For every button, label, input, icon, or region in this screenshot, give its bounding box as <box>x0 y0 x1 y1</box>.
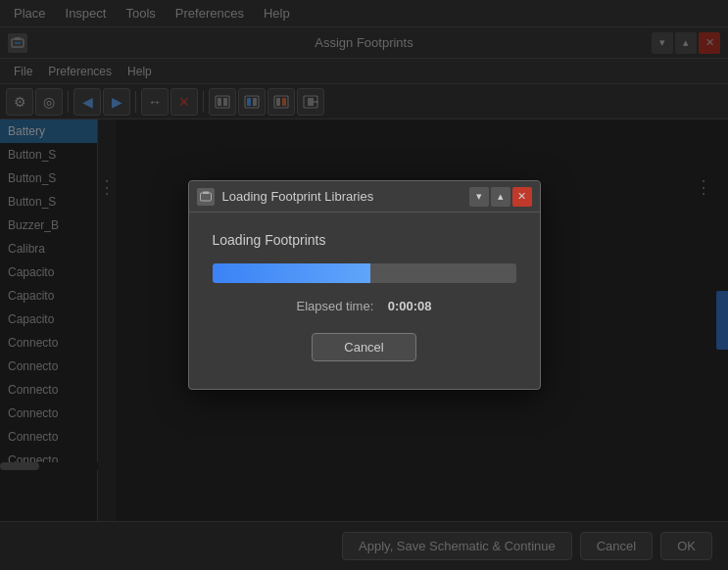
modal-cancel-button[interactable]: Cancel <box>312 333 415 361</box>
loading-dialog: Loading Footprint Libraries ▾ ▴ ✕ Loadin… <box>188 180 541 390</box>
modal-window-controls: ▾ ▴ ✕ <box>469 187 532 207</box>
loading-text: Loading Footprints <box>213 232 516 248</box>
modal-minimize-button[interactable]: ▾ <box>469 187 489 207</box>
modal-footer: Cancel <box>213 333 516 369</box>
modal-maximize-button[interactable]: ▴ <box>491 187 510 207</box>
modal-title-bar: Loading Footprint Libraries ▾ ▴ ✕ <box>189 181 540 213</box>
elapsed-value: 0:00:08 <box>388 299 432 313</box>
modal-icon <box>197 188 215 206</box>
svg-rect-17 <box>203 191 209 194</box>
modal-close-button[interactable]: ✕ <box>512 187 532 207</box>
elapsed-time-row: Elapsed time: 0:00:08 <box>213 299 516 313</box>
elapsed-label: Elapsed time: <box>296 299 373 313</box>
svg-rect-16 <box>200 193 211 201</box>
modal-title: Loading Footprint Libraries <box>222 189 469 204</box>
modal-body: Loading Footprints Elapsed time: 0:00:08… <box>189 213 540 389</box>
modal-overlay: Loading Footprint Libraries ▾ ▴ ✕ Loadin… <box>0 0 728 570</box>
progress-bar-fill <box>213 263 370 283</box>
progress-bar-container <box>213 263 516 283</box>
